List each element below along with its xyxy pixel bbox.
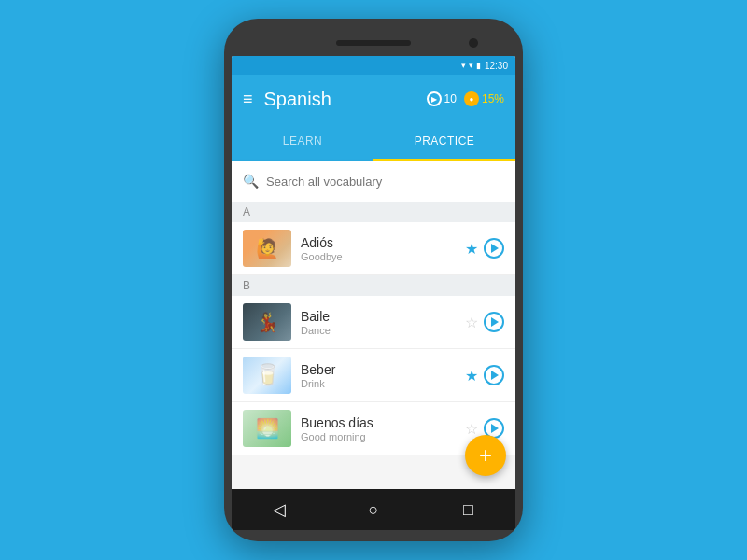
app-bar: ≡ Spanish ▶ 10 ● 15% (232, 75, 515, 123)
vocab-info-baile: Baile Dance (301, 309, 456, 336)
vocab-word: Beber (301, 362, 456, 377)
phone-top-bar (232, 30, 515, 56)
vocab-thumb-buenos: 🌅 (243, 410, 291, 447)
list-item[interactable]: 🙋 Adiós Goodbye ★ (232, 222, 515, 275)
vocab-info-adios: Adiós Goodbye (301, 235, 456, 262)
status-icons: ▾ ▾ ▮ (461, 61, 481, 70)
vocab-translation: Good morning (301, 431, 456, 442)
app-bar-right: ▶ 10 ● 15% (427, 91, 504, 106)
section-header-b: B (232, 275, 515, 296)
bottom-nav: ◁ ○ □ (232, 489, 515, 530)
vocab-info-buenos: Buenos días Good morning (301, 415, 456, 442)
tabs: LEARN PRACTICE (232, 123, 515, 161)
tab-learn[interactable]: LEARN (232, 123, 374, 161)
play-button[interactable] (484, 312, 504, 332)
fab-add-button[interactable]: + (465, 435, 506, 476)
phone-speaker (336, 40, 411, 46)
back-icon: ◁ (273, 499, 286, 520)
list-item[interactable]: 🥛 Beber Drink ★ (232, 349, 515, 402)
battery-icon: ▮ (476, 61, 481, 70)
star-button[interactable]: ★ (465, 367, 478, 385)
vocab-thumb-beber: 🥛 (243, 357, 291, 394)
star-button[interactable]: ★ (465, 240, 478, 258)
vocab-word: Adiós (301, 235, 456, 250)
play-icon (491, 371, 499, 380)
search-icon: 🔍 (243, 174, 259, 189)
coins-badge: ● 15% (464, 91, 504, 106)
star-button[interactable]: ☆ (465, 314, 478, 331)
vocab-translation: Dance (301, 325, 456, 336)
play-icon (491, 317, 499, 327)
recents-button[interactable]: □ (449, 491, 486, 528)
vocab-word: Baile (301, 309, 456, 324)
vocab-info-beber: Beber Drink (301, 362, 456, 389)
vocab-translation: Drink (301, 378, 456, 389)
signal-icon: ▾ (469, 61, 473, 70)
phone-camera (469, 38, 478, 48)
hamburger-icon[interactable]: ≡ (243, 90, 253, 109)
star-button[interactable]: ☆ (465, 420, 478, 438)
coin-icon: ● (464, 91, 479, 106)
score-count: 10 (444, 92, 457, 105)
vocab-thumb-baile: 💃 (243, 303, 291, 341)
search-input[interactable] (266, 175, 504, 189)
phone-shell: ▾ ▾ ▮ 12:30 ≡ Spanish ▶ 10 ● 15% (224, 19, 523, 541)
search-bar[interactable]: 🔍 (232, 161, 515, 202)
list-item[interactable]: 💃 Baile Dance ☆ (232, 296, 515, 349)
vocab-actions-beber: ★ (465, 365, 504, 385)
status-bar: ▾ ▾ ▮ 12:30 (232, 56, 515, 75)
play-button[interactable] (484, 238, 504, 259)
vocab-actions-adios: ★ (465, 238, 504, 259)
app-title: Spanish (264, 89, 427, 110)
score-badge: ▶ 10 (427, 91, 457, 106)
vocab-thumb-adios: 🙋 (243, 230, 291, 267)
play-button[interactable] (484, 365, 504, 385)
home-icon: ○ (369, 500, 379, 520)
vocab-actions-baile: ☆ (465, 312, 504, 332)
tab-practice[interactable]: PRACTICE (374, 123, 515, 161)
vocab-word: Buenos días (301, 415, 456, 430)
coins-percent: 15% (482, 92, 504, 105)
fab-plus-icon: + (479, 444, 492, 467)
status-time: 12:30 (485, 61, 508, 71)
play-icon (491, 424, 499, 433)
recents-icon: □ (463, 500, 473, 520)
back-button[interactable]: ◁ (261, 491, 298, 528)
vocab-translation: Goodbye (301, 251, 456, 262)
home-button[interactable]: ○ (355, 491, 392, 528)
score-icon: ▶ (427, 91, 442, 106)
wifi-icon: ▾ (461, 61, 466, 70)
play-icon (491, 244, 499, 253)
section-header-a: A (232, 202, 515, 222)
screen: ▾ ▾ ▮ 12:30 ≡ Spanish ▶ 10 ● 15% (232, 56, 515, 530)
